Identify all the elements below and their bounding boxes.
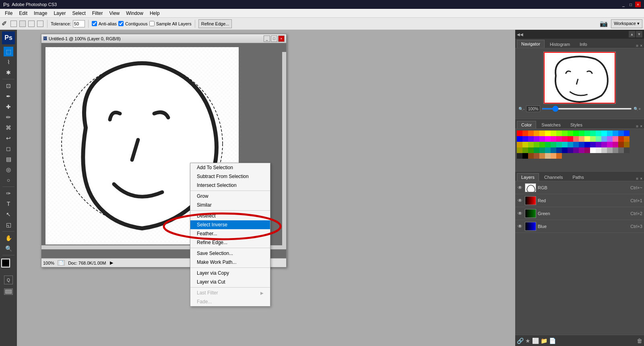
color-swatch[interactable] — [568, 131, 573, 136]
color-swatch[interactable] — [590, 142, 596, 147]
quick-mask-btn[interactable]: Q — [4, 276, 13, 284]
tab-color[interactable]: Color — [517, 121, 536, 128]
tab-navigator[interactable]: Navigator — [517, 40, 545, 48]
brush-tool[interactable]: ✏ — [4, 112, 13, 122]
menu-layer-via-copy[interactable]: Layer via Copy — [190, 269, 270, 278]
crop-tool[interactable]: ⊡ — [4, 81, 13, 91]
color-swatch[interactable] — [522, 147, 528, 153]
color-swatch[interactable] — [573, 147, 579, 153]
color-swatch[interactable] — [568, 142, 573, 147]
color-swatch[interactable] — [607, 136, 613, 142]
nav-panel-menu[interactable]: ≡ — [636, 44, 638, 48]
menu-refine-edge[interactable]: Refine Edge... — [190, 238, 270, 247]
color-swatch[interactable] — [601, 131, 607, 136]
color-swatch[interactable] — [579, 147, 584, 153]
eye-icon-blue[interactable]: 👁 — [517, 224, 523, 229]
color-swatch[interactable] — [562, 147, 568, 153]
delete-layer-btn[interactable]: 🗑 — [637, 338, 642, 344]
color-swatch[interactable] — [584, 136, 590, 142]
color-swatch[interactable] — [624, 136, 630, 142]
menu-edit[interactable]: Edit — [16, 10, 31, 17]
color-swatch[interactable] — [618, 142, 624, 147]
workspace-button[interactable]: Workspace ▾ — [611, 19, 642, 28]
color-swatch[interactable] — [545, 153, 551, 159]
document-controls[interactable]: _ □ × — [264, 35, 285, 42]
color-swatch[interactable] — [601, 142, 607, 147]
vertical-scrollbar[interactable] — [282, 52, 286, 249]
color-swatch[interactable] — [551, 142, 556, 147]
hand-tool[interactable]: ✋ — [4, 233, 13, 243]
color-swatch[interactable] — [539, 142, 545, 147]
color-swatch[interactable] — [539, 131, 545, 136]
doc-minimize-btn[interactable]: _ — [264, 35, 270, 42]
color-swatch[interactable] — [607, 131, 613, 136]
color-swatch[interactable] — [522, 153, 528, 159]
color-swatch[interactable] — [545, 131, 551, 136]
color-swatch[interactable] — [522, 131, 528, 136]
color-swatch[interactable] — [551, 153, 556, 159]
shape-tool[interactable]: ◱ — [4, 220, 13, 230]
menu-subtract-from-selection[interactable]: Subtract From Selection — [190, 172, 270, 181]
link-layers-btn[interactable]: 🔗 — [517, 338, 524, 344]
color-swatch[interactable] — [556, 142, 562, 147]
magic-wand-tool[interactable]: ✱ — [4, 68, 13, 77]
color-swatch[interactable] — [528, 142, 534, 147]
color-swatch[interactable] — [579, 136, 584, 142]
tab-styles[interactable]: Styles — [566, 121, 587, 128]
color-swatch[interactable] — [584, 131, 590, 136]
color-swatch[interactable] — [556, 147, 562, 153]
selection-mode-new[interactable] — [10, 21, 17, 27]
color-swatch[interactable] — [528, 131, 534, 136]
color-swatch[interactable] — [596, 131, 601, 136]
color-swatch[interactable] — [545, 147, 551, 153]
color-swatch[interactable] — [528, 153, 534, 159]
color-swatch[interactable] — [618, 131, 624, 136]
selection-mode-add[interactable] — [19, 21, 26, 27]
color-swatch[interactable] — [562, 131, 568, 136]
menu-select-inverse[interactable]: Select Inverse — [190, 220, 270, 229]
eraser-tool[interactable]: ◻ — [4, 144, 13, 153]
menu-make-work-path[interactable]: Make Work Path... — [190, 258, 270, 267]
color-swatch[interactable] — [607, 142, 613, 147]
contiguous-checkbox[interactable] — [118, 21, 124, 26]
pen-tool[interactable]: ✑ — [4, 189, 13, 198]
color-swatch[interactable] — [539, 147, 545, 153]
tab-layers[interactable]: Layers — [517, 173, 539, 181]
restore-button[interactable]: □ — [628, 2, 634, 7]
menu-save-selection[interactable]: Save Selection... — [190, 249, 270, 258]
eyedropper-tool[interactable]: ✒ — [4, 91, 13, 101]
color-swatch[interactable] — [613, 142, 618, 147]
zoom-slider[interactable] — [542, 108, 632, 110]
zoom-input[interactable] — [526, 106, 540, 112]
color-swatch[interactable] — [534, 147, 539, 153]
color-swatch[interactable] — [624, 147, 630, 153]
color-swatch[interactable] — [551, 131, 556, 136]
color-panel-close[interactable]: × — [640, 124, 642, 128]
tab-swatches[interactable]: Swatches — [537, 121, 565, 128]
title-controls[interactable]: _ □ × — [621, 2, 641, 7]
type-tool[interactable]: T — [4, 199, 13, 209]
status-toggle[interactable]: 📄 — [58, 260, 65, 265]
color-swatch[interactable] — [562, 142, 568, 147]
tab-info[interactable]: Info — [575, 40, 591, 48]
eye-icon-red[interactable]: 👁 — [517, 198, 523, 203]
menu-grow[interactable]: Grow — [190, 192, 270, 201]
refine-edge-button[interactable]: Refine Edge... — [198, 19, 232, 28]
color-swatch[interactable] — [573, 142, 579, 147]
marquee-tool[interactable]: ⬚ — [4, 47, 13, 56]
color-swatch[interactable] — [584, 147, 590, 153]
fg-bg-colors[interactable] — [1, 259, 16, 273]
path-tool[interactable]: ↖ — [4, 209, 13, 219]
menu-file[interactable]: File — [2, 10, 16, 17]
history-tool[interactable]: ↩ — [4, 133, 13, 143]
color-swatch[interactable] — [579, 142, 584, 147]
color-swatch[interactable] — [590, 136, 596, 142]
lasso-tool[interactable]: ⌇ — [4, 57, 13, 67]
color-swatch[interactable] — [624, 142, 630, 147]
menu-filter[interactable]: Filter — [89, 10, 106, 17]
color-swatch[interactable] — [573, 136, 579, 142]
color-swatch[interactable] — [551, 147, 556, 153]
menu-layer[interactable]: Layer — [50, 10, 69, 17]
healing-tool[interactable]: ✚ — [4, 102, 13, 112]
color-swatch[interactable] — [534, 153, 539, 159]
